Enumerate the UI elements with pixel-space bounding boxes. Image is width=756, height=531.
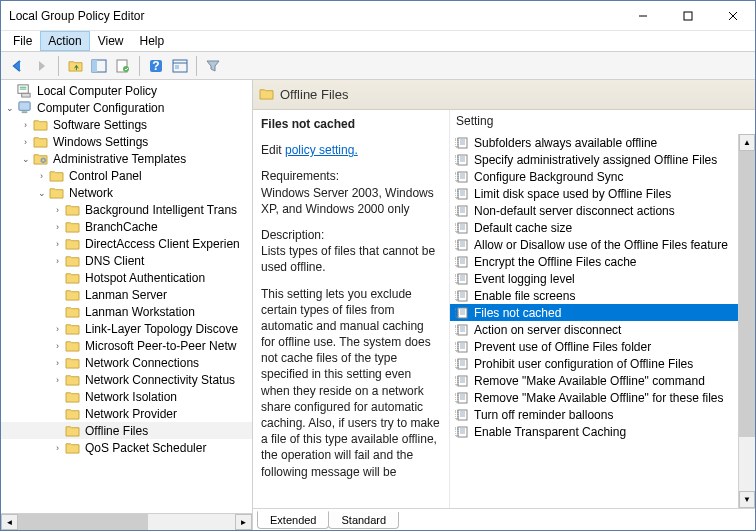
menu-help[interactable]: Help — [132, 31, 173, 51]
setting-item[interactable]: Default cache size — [450, 219, 738, 236]
setting-item[interactable]: Subfolders always available offline — [450, 134, 738, 151]
collapse-icon[interactable]: ⌄ — [35, 188, 48, 198]
tree-item[interactable]: ›Microsoft Peer-to-Peer Netw — [1, 337, 252, 354]
tree-item[interactable]: ›Network Connectivity Status — [1, 371, 252, 388]
setting-item[interactable]: Prohibit user configuration of Offline F… — [450, 355, 738, 372]
expand-icon[interactable]: › — [51, 375, 64, 385]
filter-button[interactable] — [202, 55, 224, 77]
expand-icon[interactable]: › — [51, 443, 64, 453]
tree-item[interactable]: Lanman Server — [1, 286, 252, 303]
expand-icon[interactable]: › — [19, 120, 32, 130]
tree-item-label: Network — [67, 186, 115, 200]
setting-item[interactable]: Non-default server disconnect actions — [450, 202, 738, 219]
menu-action[interactable]: Action — [40, 31, 89, 51]
policy-icon — [454, 221, 470, 235]
tree-item[interactable]: Offline Files — [1, 422, 252, 439]
toolbar-separator — [139, 56, 140, 76]
tree-item[interactable]: Lanman Workstation — [1, 303, 252, 320]
settings-header[interactable]: Setting — [450, 110, 755, 134]
tab-standard[interactable]: Standard — [328, 512, 399, 529]
folder-icon — [64, 355, 80, 371]
setting-item[interactable]: Encrypt the Offline Files cache — [450, 253, 738, 270]
tree-view[interactable]: Local Computer Policy⌄Computer Configura… — [1, 80, 252, 513]
menu-view[interactable]: View — [90, 31, 132, 51]
setting-item[interactable]: Files not cached — [450, 304, 738, 321]
details-title: Offline Files — [280, 87, 348, 102]
edit-policy-link[interactable]: policy setting. — [285, 143, 358, 157]
tree-item[interactable]: Local Computer Policy — [1, 82, 252, 99]
expand-icon[interactable]: › — [51, 205, 64, 215]
folder-icon — [64, 389, 80, 405]
setting-item[interactable]: Event logging level — [450, 270, 738, 287]
tree-item[interactable]: Hotspot Authentication — [1, 269, 252, 286]
expand-icon[interactable]: › — [51, 358, 64, 368]
tree-item[interactable]: ⌄Computer Configuration — [1, 99, 252, 116]
expand-icon[interactable]: › — [19, 137, 32, 147]
tree-item[interactable]: ›Software Settings — [1, 116, 252, 133]
expand-icon[interactable]: › — [35, 171, 48, 181]
policy-icon — [454, 306, 470, 320]
setting-item[interactable]: Configure Background Sync — [450, 168, 738, 185]
setting-label: Limit disk space used by Offline Files — [474, 187, 671, 201]
collapse-icon[interactable]: ⌄ — [3, 103, 16, 113]
expand-icon[interactable]: › — [51, 256, 64, 266]
tree-item[interactable]: ⌄Network — [1, 184, 252, 201]
setting-item[interactable]: Remove "Make Available Offline" command — [450, 372, 738, 389]
settings-list[interactable]: Subfolders always available offlineSpeci… — [450, 134, 738, 440]
setting-item[interactable]: Action on server disconnect — [450, 321, 738, 338]
setting-item[interactable]: Turn off reminder balloons — [450, 406, 738, 423]
tree-item[interactable]: ›DirectAccess Client Experien — [1, 235, 252, 252]
maximize-button[interactable] — [665, 1, 710, 30]
scroll-vthumb[interactable] — [739, 151, 755, 437]
expand-icon[interactable]: › — [51, 239, 64, 249]
expand-icon[interactable]: › — [51, 341, 64, 351]
setting-item[interactable]: Allow or Disallow use of the Offline Fil… — [450, 236, 738, 253]
tree-item[interactable]: ›BranchCache — [1, 218, 252, 235]
setting-item[interactable]: Enable file screens — [450, 287, 738, 304]
options-button[interactable] — [169, 55, 191, 77]
setting-item[interactable]: Remove "Make Available Offline" for thes… — [450, 389, 738, 406]
back-button[interactable] — [7, 55, 29, 77]
close-button[interactable] — [710, 1, 755, 30]
tree-item-label: Windows Settings — [51, 135, 150, 149]
tree-item[interactable]: ›DNS Client — [1, 252, 252, 269]
tree-item[interactable]: Network Provider — [1, 405, 252, 422]
properties-button[interactable] — [112, 55, 134, 77]
collapse-icon[interactable]: ⌄ — [19, 154, 32, 164]
minimize-button[interactable] — [620, 1, 665, 30]
tree-item[interactable]: ›Control Panel — [1, 167, 252, 184]
folder-icon — [64, 406, 80, 422]
tree-item[interactable]: ›Link-Layer Topology Discove — [1, 320, 252, 337]
tree-item[interactable]: ⌄Administrative Templates — [1, 150, 252, 167]
expand-icon[interactable]: › — [51, 324, 64, 334]
tree-item[interactable]: Network Isolation — [1, 388, 252, 405]
setting-item[interactable]: Specify administratively assigned Offlin… — [450, 151, 738, 168]
scroll-hthumb[interactable] — [18, 514, 148, 530]
scroll-left-button[interactable]: ◄ — [1, 514, 18, 530]
title-bar: Local Group Policy Editor — [1, 1, 755, 31]
scroll-up-button[interactable]: ▲ — [739, 134, 755, 151]
tree-item[interactable]: ›Windows Settings — [1, 133, 252, 150]
folder-icon — [64, 372, 80, 388]
setting-label: Action on server disconnect — [474, 323, 621, 337]
tree-item[interactable]: ›Background Intelligent Trans — [1, 201, 252, 218]
tree-item-label: DirectAccess Client Experien — [83, 237, 242, 251]
scroll-vtrack[interactable] — [739, 151, 755, 491]
setting-item[interactable]: Enable Transparent Caching — [450, 423, 738, 440]
forward-button[interactable] — [31, 55, 53, 77]
show-hide-tree-button[interactable] — [88, 55, 110, 77]
tree-item[interactable]: ›Network Connections — [1, 354, 252, 371]
setting-item[interactable]: Limit disk space used by Offline Files — [450, 185, 738, 202]
setting-item[interactable]: Prevent use of Offline Files folder — [450, 338, 738, 355]
horizontal-scrollbar[interactable]: ◄ ► — [1, 513, 252, 530]
expand-icon[interactable]: › — [51, 222, 64, 232]
tree-item[interactable]: ›QoS Packet Scheduler — [1, 439, 252, 456]
scroll-htrack[interactable] — [18, 514, 235, 530]
up-button[interactable] — [64, 55, 86, 77]
tab-extended[interactable]: Extended — [257, 511, 329, 529]
scroll-down-button[interactable]: ▼ — [739, 491, 755, 508]
help-button[interactable]: ? — [145, 55, 167, 77]
vertical-scrollbar[interactable]: ▲ ▼ — [738, 134, 755, 508]
menu-file[interactable]: File — [5, 31, 40, 51]
scroll-right-button[interactable]: ► — [235, 514, 252, 530]
